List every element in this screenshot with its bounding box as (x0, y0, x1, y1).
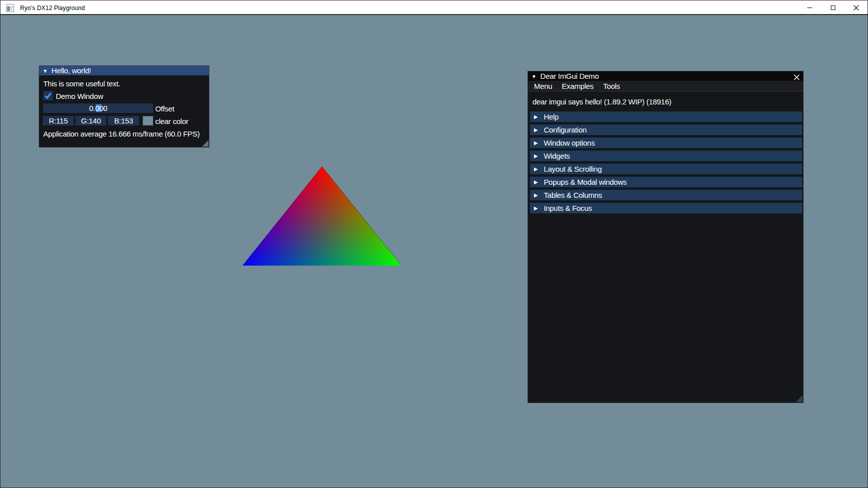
demo-window-titlebar[interactable]: ▼ Dear ImGui Demo (528, 71, 803, 81)
collapsing-header-configuration[interactable]: ▶ Configuration (530, 125, 802, 135)
resize-grip[interactable] (796, 395, 803, 402)
header-label: Popups & Modal windows (544, 178, 626, 186)
resize-grip[interactable] (202, 140, 208, 147)
minimize-button[interactable] (798, 1, 821, 15)
header-label: Tables & Columns (544, 191, 602, 199)
header-label: Configuration (544, 126, 586, 134)
demo-hello-text: dear imgui says hello! (1.89.2 WIP) (189… (532, 97, 671, 106)
header-label: Window options (544, 139, 595, 147)
demo-window-checkbox[interactable] (43, 91, 53, 100)
check-icon (44, 91, 52, 100)
collapse-arrow-icon: ▶ (534, 154, 537, 159)
header-label: Widgets (544, 152, 570, 160)
drag-green-value: G:140 (81, 116, 100, 125)
drag-red[interactable]: R:115 (43, 116, 74, 126)
drag-red-value: R:115 (49, 116, 67, 125)
collapse-arrow-icon[interactable]: ▼ (43, 68, 48, 73)
maximize-icon (831, 6, 835, 10)
collapsing-header-popups-modal[interactable]: ▶ Popups & Modal windows (530, 177, 802, 187)
collapse-arrow-icon: ▶ (534, 114, 537, 119)
hello-world-window: ▼ Hello, world! This is some useful text… (39, 65, 209, 148)
close-icon (794, 74, 800, 80)
header-label: Help (544, 112, 559, 121)
collapse-arrow-icon: ▶ (534, 180, 537, 185)
collapse-arrow-icon: ▶ (534, 193, 537, 198)
maximize-button[interactable] (821, 1, 844, 15)
app-icon-pane (7, 7, 10, 11)
perf-text: Application average 16.666 ms/frame (60.… (43, 130, 199, 138)
collapse-arrow-icon[interactable]: ▼ (531, 74, 536, 79)
collapsing-header-layout-scrolling[interactable]: ▶ Layout & Scrolling (530, 164, 802, 174)
slider-value: 0.000 (89, 104, 107, 112)
close-icon (853, 5, 859, 11)
drag-green[interactable]: G:140 (75, 116, 106, 126)
demo-menubar: Menu Examples Tools (528, 81, 803, 91)
collapsing-header-window-options[interactable]: ▶ Window options (530, 138, 802, 148)
demo-window-title: Dear ImGui Demo (540, 72, 599, 80)
clear-color-label: clear color (155, 117, 188, 126)
collapsing-header-help[interactable]: ▶ Help (530, 111, 802, 122)
close-button[interactable] (844, 1, 867, 15)
app-icon (6, 4, 14, 12)
hello-window-titlebar[interactable]: ▼ Hello, world! (39, 66, 209, 75)
collapsing-header-tables-columns[interactable]: ▶ Tables & Columns (530, 190, 802, 200)
app-window: Ryo's DX12 Playground (0, 0, 868, 488)
offset-label: Offset (155, 104, 174, 113)
rgb-triangle (243, 167, 401, 266)
collapsing-header-widgets[interactable]: ▶ Widgets (530, 151, 802, 161)
useful-text: This is some useful text. (43, 79, 120, 88)
menu-item-tools[interactable]: Tools (603, 82, 620, 90)
header-label: Layout & Scrolling (544, 165, 602, 173)
demo-close-button[interactable] (794, 73, 800, 79)
collapse-arrow-icon: ▶ (534, 167, 537, 172)
collapse-arrow-icon: ▶ (534, 141, 537, 146)
collapse-arrow-icon: ▶ (534, 128, 537, 133)
window-title: Ryo's DX12 Playground (20, 1, 85, 16)
window-titlebar[interactable]: Ryo's DX12 Playground (1, 0, 867, 15)
minimize-icon (807, 8, 812, 8)
menu-item-menu[interactable]: Menu (534, 82, 552, 90)
header-label: Inputs & Focus (544, 204, 592, 212)
checkbox-label: Demo Window (56, 92, 103, 100)
drag-blue-value: B:153 (114, 116, 133, 125)
clear-color-swatch[interactable] (143, 116, 153, 126)
collapsing-header-inputs-focus[interactable]: ▶ Inputs & Focus (530, 203, 802, 213)
hello-window-title: Hello, world! (52, 66, 91, 75)
menu-item-examples[interactable]: Examples (562, 82, 593, 90)
offset-slider[interactable]: 0.000 (43, 103, 153, 113)
app-icon-pane (11, 7, 13, 11)
drag-blue[interactable]: B:153 (108, 116, 139, 126)
collapse-arrow-icon: ▶ (534, 206, 537, 211)
imgui-demo-window: ▼ Dear ImGui Demo Menu Examples Tools de… (527, 71, 804, 403)
